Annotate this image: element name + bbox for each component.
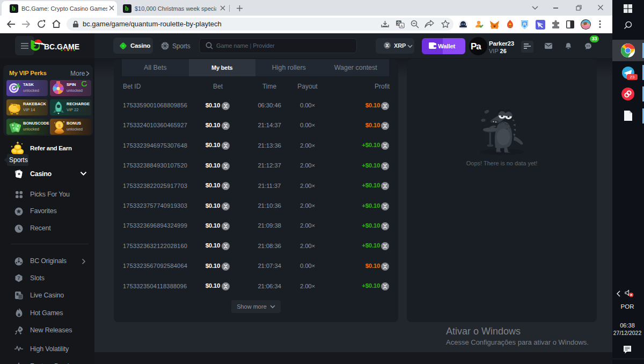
svg-text:$: $ bbox=[58, 123, 61, 128]
svg-text:7: 7 bbox=[17, 275, 20, 281]
svg-text:A: A bbox=[400, 24, 404, 28]
svg-text:R: R bbox=[523, 21, 526, 27]
